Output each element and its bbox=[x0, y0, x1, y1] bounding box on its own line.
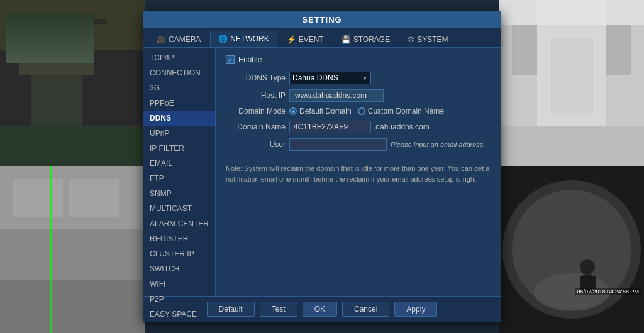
tab-event[interactable]: ⚡ EVENT bbox=[279, 31, 332, 47]
apply-button[interactable]: Apply bbox=[394, 302, 437, 317]
tab-network[interactable]: 🌐 NETWORK bbox=[210, 31, 277, 47]
tab-system[interactable]: ⚙ SYSTEM bbox=[399, 31, 456, 47]
sidebar: TCP/IP CONNECTION 3G PPPoE DDNS UPnP IP … bbox=[143, 48, 216, 296]
enable-row: ✓ Enable bbox=[226, 55, 491, 64]
setting-dialog: SETTING 🎥 CAMERA 🌐 NETWORK ⚡ EVENT 💾 STO… bbox=[143, 11, 501, 322]
dialog-overlay: SETTING 🎥 CAMERA 🌐 NETWORK ⚡ EVENT 💾 STO… bbox=[0, 0, 644, 333]
sidebar-item-upnp[interactable]: UPnP bbox=[143, 126, 215, 141]
storage-tab-icon: 💾 bbox=[341, 35, 351, 44]
tab-bar: 🎥 CAMERA 🌐 NETWORK ⚡ EVENT 💾 STORAGE ⚙ S… bbox=[143, 28, 501, 48]
sidebar-item-ftp[interactable]: FTP bbox=[143, 171, 215, 186]
storage-tab-label: STORAGE bbox=[353, 35, 390, 44]
domain-name-row: Domain Name .dahuaddns.com bbox=[226, 121, 491, 133]
sidebar-item-pppoe[interactable]: PPPoE bbox=[143, 96, 215, 111]
dialog-body: TCP/IP CONNECTION 3G PPPoE DDNS UPnP IP … bbox=[143, 48, 501, 296]
tab-camera[interactable]: 🎥 CAMERA bbox=[148, 31, 209, 47]
checkmark-icon: ✓ bbox=[228, 57, 233, 63]
radio-default-label: Default Domain bbox=[299, 107, 352, 116]
enable-label: Enable bbox=[238, 55, 262, 64]
host-ip-value: www.dahuaddns.com bbox=[289, 89, 384, 102]
sidebar-item-easy-space[interactable]: EASY SPACE bbox=[143, 307, 215, 322]
radio-custom-icon bbox=[358, 107, 365, 115]
default-button[interactable]: Default bbox=[207, 302, 255, 317]
sidebar-item-ip-filter[interactable]: IP FILTER bbox=[143, 141, 215, 156]
sidebar-item-switch[interactable]: SWITCH bbox=[143, 261, 215, 276]
sidebar-item-cluster-ip[interactable]: CLUSTER IP bbox=[143, 246, 215, 261]
camera-tab-icon: 🎥 bbox=[157, 35, 166, 44]
ddns-type-value: Dahua DDNS bbox=[292, 74, 338, 82]
domain-name-label: Domain Name bbox=[226, 123, 286, 131]
radio-default-icon bbox=[289, 107, 297, 115]
sidebar-item-p2p[interactable]: P2P bbox=[143, 292, 215, 307]
domain-mode-radio-group: Default Domain Custom Domain Name bbox=[289, 107, 444, 116]
sidebar-item-tcp-ip[interactable]: TCP/IP bbox=[143, 50, 215, 65]
system-tab-icon: ⚙ bbox=[408, 35, 414, 44]
radio-custom-domain[interactable]: Custom Domain Name bbox=[358, 107, 444, 116]
cancel-button[interactable]: Cancel bbox=[342, 302, 389, 317]
enable-checkbox[interactable]: ✓ bbox=[226, 55, 235, 64]
sidebar-item-register[interactable]: REGISTER bbox=[143, 231, 215, 246]
system-tab-label: SYSTEM bbox=[417, 35, 448, 44]
ok-button[interactable]: OK bbox=[303, 302, 337, 317]
camera-tab-label: CAMERA bbox=[169, 35, 201, 44]
test-button[interactable]: Test bbox=[260, 302, 297, 317]
domain-name-inputs: .dahuaddns.com bbox=[289, 121, 430, 133]
sidebar-item-ddns[interactable]: DDNS bbox=[143, 111, 215, 126]
network-tab-icon: 🌐 bbox=[218, 35, 228, 43]
ddns-type-select[interactable]: Dahua DDNS ▼ bbox=[289, 72, 371, 84]
user-row: User Please input an email address. bbox=[226, 138, 491, 151]
user-label: User bbox=[226, 140, 286, 149]
user-input[interactable] bbox=[289, 138, 387, 151]
tab-storage[interactable]: 💾 STORAGE bbox=[333, 31, 398, 47]
host-ip-label: Host IP bbox=[226, 91, 286, 100]
event-tab-icon: ⚡ bbox=[287, 35, 296, 44]
host-ip-row: Host IP www.dahuaddns.com bbox=[226, 89, 491, 102]
sidebar-item-wifi[interactable]: WIFI bbox=[143, 276, 215, 292]
radio-default-domain[interactable]: Default Domain bbox=[289, 107, 352, 116]
main-content: ✓ Enable DDNS Type Dahua DDNS ▼ Host IP … bbox=[216, 48, 501, 296]
dialog-title: SETTING bbox=[143, 11, 501, 28]
domain-mode-row: Domain Mode Default Domain Custom Domain… bbox=[226, 107, 491, 116]
sidebar-item-alarm-center[interactable]: ALARM CENTER bbox=[143, 216, 215, 231]
ddns-type-row: DDNS Type Dahua DDNS ▼ bbox=[226, 72, 491, 84]
ddns-type-label: DDNS Type bbox=[226, 74, 286, 82]
domain-name-input[interactable] bbox=[289, 121, 371, 133]
sidebar-item-email[interactable]: EMAIL bbox=[143, 156, 215, 171]
note-content: Note: System will reclaim the domain tha… bbox=[226, 165, 489, 183]
domain-name-suffix: .dahuaddns.com bbox=[374, 123, 430, 131]
sidebar-item-multicast[interactable]: MULTICAST bbox=[143, 201, 215, 216]
event-tab-label: EVENT bbox=[299, 35, 324, 44]
sidebar-item-snmp[interactable]: SNMP bbox=[143, 186, 215, 201]
sidebar-item-connection[interactable]: CONNECTION bbox=[143, 65, 215, 80]
network-tab-label: NETWORK bbox=[230, 35, 269, 43]
domain-mode-label: Domain Mode bbox=[226, 107, 286, 116]
radio-custom-label: Custom Domain Name bbox=[368, 107, 444, 116]
note-text: Note: System will reclaim the domain tha… bbox=[226, 163, 491, 184]
dropdown-arrow-icon: ▼ bbox=[362, 75, 368, 82]
user-hint-text: Please input an email address. bbox=[391, 141, 485, 148]
sidebar-item-3g[interactable]: 3G bbox=[143, 80, 215, 96]
